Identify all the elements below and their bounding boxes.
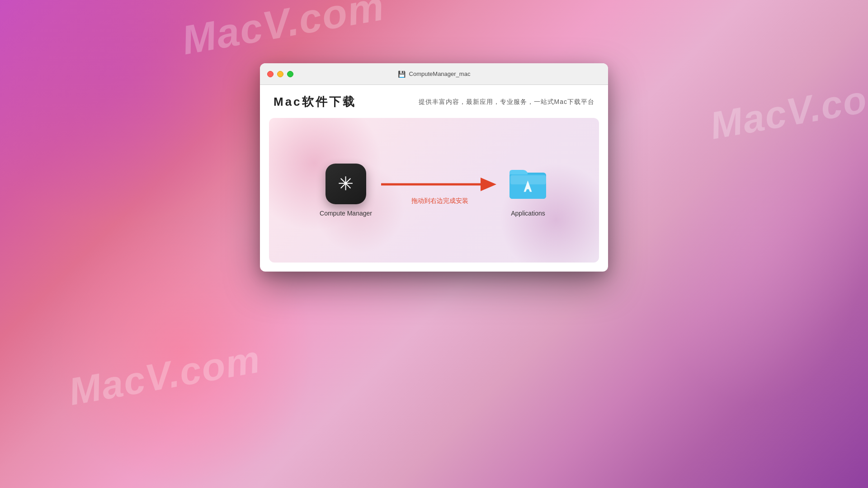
svg-marker-1 [481, 178, 496, 191]
window-header: Mac软件下载 提供丰富内容，最新应用，专业服务，一站式Mac下载平台 [260, 85, 608, 118]
maximize-button[interactable] [287, 71, 293, 77]
app-icon-label: Compute Manager [320, 210, 372, 217]
install-area: ✳ Compute Manager 拖动到右边完成安装 [269, 118, 599, 263]
header-title: Mac软件下载 [274, 94, 356, 110]
minimize-button[interactable] [277, 71, 283, 77]
applications-label: Applications [511, 210, 545, 217]
header-subtitle: 提供丰富内容，最新应用，专业服务，一站式Mac下载平台 [419, 98, 594, 106]
drag-instruction: 拖动到右边完成安装 [411, 197, 468, 205]
title-bar: 💾 ComputeManager_mac [260, 63, 608, 85]
app-icon-wrapper[interactable]: ✳ Compute Manager [320, 164, 372, 217]
install-content: ✳ Compute Manager 拖动到右边完成安装 [269, 118, 599, 263]
close-button[interactable] [267, 71, 274, 77]
title-bar-content: 💾 ComputeManager_mac [398, 70, 471, 78]
title-bar-disk-icon: 💾 [398, 70, 406, 78]
drag-arrow-svg [381, 175, 499, 193]
window-title: ComputeManager_mac [409, 70, 471, 77]
star-icon: ✳ [338, 174, 354, 193]
traffic-lights [267, 71, 293, 77]
applications-folder-wrapper[interactable]: Applications [508, 164, 548, 217]
applications-folder-icon [508, 164, 548, 204]
compute-manager-icon: ✳ [326, 164, 366, 204]
mac-window: 💾 ComputeManager_mac Mac软件下载 提供丰富内容，最新应用… [260, 63, 608, 272]
arrow-section: 拖动到右边完成安装 [381, 175, 499, 205]
